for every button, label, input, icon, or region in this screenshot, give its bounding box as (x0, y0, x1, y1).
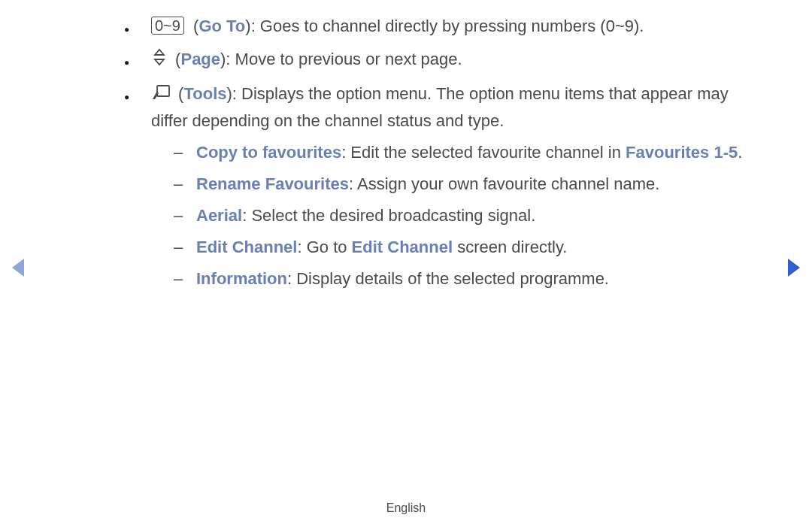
edit-channel-link: Edit Channel (352, 238, 453, 256)
aerial-desc: : Select the desired broadcasting signal… (242, 206, 535, 225)
information-desc: : Display details of the selected progra… (287, 269, 609, 288)
edit-desc-b: screen directly. (453, 238, 567, 256)
content-region: 0~9 (Go To): Goes to channel directly by… (124, 14, 763, 299)
goto-label: Go To (198, 17, 245, 35)
rename-desc: : Assign your own favourite channel name… (349, 174, 659, 193)
next-page-arrow[interactable] (785, 256, 804, 283)
sub-information: Information: Display details of the sele… (174, 266, 763, 292)
svg-rect-0 (157, 86, 169, 96)
favourites-range-label: Favourites 1-5 (626, 143, 738, 162)
tools-desc: ): Displays the option menu. The option … (151, 84, 729, 130)
footer-language-label: English (0, 501, 812, 515)
sub-rename-favourites: Rename Favourites: Assign your own favou… (174, 171, 763, 197)
previous-page-arrow[interactable] (8, 256, 27, 283)
sub-edit-channel: Edit Channel: Go to Edit Channel screen … (174, 235, 763, 260)
updown-icon (151, 48, 168, 74)
aerial-label: Aerial (196, 206, 242, 225)
manual-page: 0~9 (Go To): Goes to channel directly by… (0, 0, 812, 530)
paren-open: ( (174, 84, 183, 103)
page-label: Page (180, 50, 220, 68)
paren-open: ( (189, 17, 198, 35)
edit-desc-a: : Go to (297, 238, 351, 256)
information-label: Information (196, 269, 287, 288)
copy-favourites-label: Copy to favourites (196, 143, 341, 162)
main-bullet-list: 0~9 (Go To): Goes to channel directly by… (124, 14, 763, 292)
bullet-goto: 0~9 (Go To): Goes to channel directly by… (124, 14, 763, 39)
bullet-tools: (Tools): Displays the option menu. The o… (124, 81, 763, 292)
bullet-page: (Page): Move to previous or next page. (124, 47, 763, 74)
number-key-icon: 0~9 (151, 17, 184, 35)
tools-label: Tools (183, 84, 226, 103)
edit-channel-label: Edit Channel (196, 238, 297, 256)
sub-aerial: Aerial: Select the desired broadcasting … (174, 203, 763, 229)
rename-favourites-label: Rename Favourites (196, 174, 349, 193)
goto-desc: ): Goes to channel directly by pressing … (245, 17, 644, 35)
copy-desc-a: : Edit the selected favourite channel in (341, 143, 626, 162)
page-desc: ): Move to previous or next page. (220, 50, 462, 68)
tools-submenu-list: Copy to favourites: Edit the selected fa… (174, 140, 763, 292)
copy-desc-b: . (738, 143, 742, 162)
sub-copy-favourites: Copy to favourites: Edit the selected fa… (174, 140, 763, 165)
tools-icon (151, 83, 171, 108)
paren-open: ( (171, 50, 180, 68)
